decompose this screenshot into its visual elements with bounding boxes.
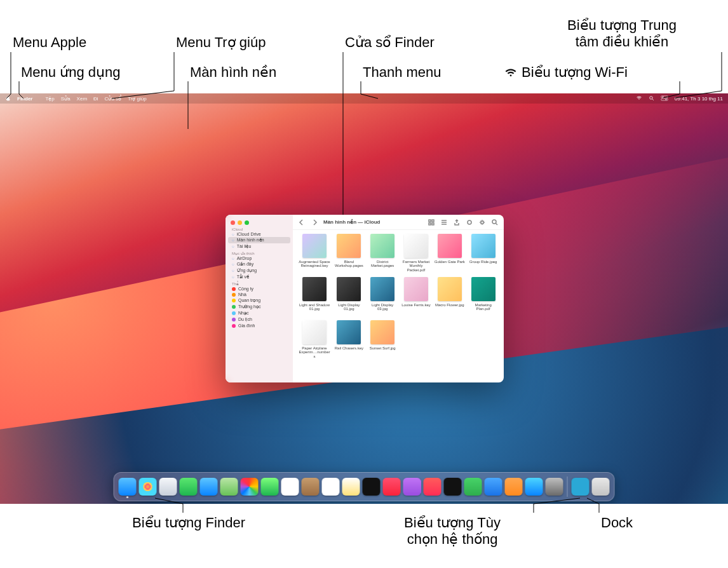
dock-app-contacts[interactable]	[302, 478, 320, 496]
sidebar-item-label: Gia đình	[238, 323, 255, 328]
sidebar-item[interactable]: ○Ứng dụng	[226, 267, 293, 274]
spotlight-icon[interactable]	[649, 95, 654, 102]
svg-point-15	[492, 220, 496, 224]
file-item[interactable]: Sunset Surf.jpg	[367, 320, 398, 361]
dock-app-downloads[interactable]	[572, 478, 590, 496]
sidebar-item[interactable]: ○Tải về	[226, 274, 293, 280]
dock-app-music[interactable]	[383, 478, 401, 496]
menu-item[interactable]: Trợ giúp	[128, 96, 147, 102]
folder-icon	[232, 318, 236, 321]
sidebar-item[interactable]: ○Màn hình nền	[228, 237, 290, 243]
action-button[interactable]	[478, 219, 486, 226]
sidebar-item[interactable]: ○iCloud Drive	[226, 231, 293, 237]
dock-app-trash[interactable]	[592, 478, 610, 496]
file-item[interactable]: Group Ride.jpeg	[468, 234, 499, 274]
window-title: Màn hình nền — iCloud	[323, 219, 380, 225]
dock-app-keynote[interactable]	[485, 478, 502, 496]
folder-icon	[232, 299, 236, 302]
file-item[interactable]: Golden Gate Park	[434, 234, 465, 274]
annot-menu-bar: Thanh menu	[363, 64, 442, 81]
group-button[interactable]	[440, 219, 448, 226]
dock-app-messages[interactable]	[180, 478, 198, 496]
finder-window[interactable]: iCloud ○iCloud Drive○Màn hình nền○Tài li…	[226, 215, 504, 382]
file-item[interactable]: Macro Flower.jpg	[434, 277, 465, 318]
finder-sidebar: iCloud ○iCloud Drive○Màn hình nền○Tài li…	[226, 215, 293, 382]
dock-app-finder[interactable]	[119, 478, 137, 496]
dock-app-safari[interactable]	[159, 478, 177, 496]
folder-icon	[232, 324, 236, 328]
dock-app-calendar[interactable]	[281, 478, 299, 496]
menu-item[interactable]: Sửa	[61, 96, 71, 102]
sidebar-item[interactable]: Trường học	[226, 304, 293, 310]
file-item[interactable]: Bland Workshop.pages	[334, 234, 365, 274]
clock[interactable]: 09:41, Th 3 10 thg 11	[675, 96, 723, 102]
file-grid: Augmented Space Reimagined.keyBland Work…	[293, 230, 504, 382]
sidebar-item-label: Nhạc	[238, 311, 248, 316]
dock-app-stocks[interactable]	[444, 478, 462, 496]
file-item[interactable]: Farmers Market Monthly Packet.pdf	[401, 234, 432, 274]
sidebar-item[interactable]: Du lịch	[226, 316, 293, 323]
sidebar-item[interactable]: ○AirDrop	[226, 255, 293, 261]
sidebar-item-label: Nhà	[238, 292, 246, 297]
file-item[interactable]: Marketing Plan.pdf	[468, 277, 499, 318]
dock-app-reminders[interactable]	[322, 478, 340, 496]
apple-menu[interactable]	[5, 95, 11, 102]
sidebar-item-label: Trường học	[238, 304, 260, 309]
dock-app-photos[interactable]	[241, 478, 259, 496]
file-name: Light and Shadow 01.jpg	[298, 303, 331, 311]
file-item[interactable]: Light Display 01.jpg	[334, 277, 365, 318]
file-name: Bland Workshop.pages	[334, 260, 365, 268]
sidebar-item[interactable]: Nhà	[226, 292, 293, 297]
menu-item[interactable]: Cửa sổ	[105, 96, 121, 102]
dock-app-tv[interactable]	[363, 478, 381, 496]
file-name: Augmented Space Reimagined.key	[298, 260, 331, 268]
menu-item[interactable]: Tệp	[45, 96, 54, 102]
file-name: Farmers Market Monthly Packet.pdf	[401, 260, 432, 272]
desktop[interactable]: Finder TệpSửaXemĐiCửa sổTrợ giúp 09:41, …	[0, 93, 728, 504]
file-item[interactable]: Augmented Space Reimagined.key	[298, 234, 331, 274]
file-item[interactable]: Light Display 03.jpg	[367, 277, 398, 318]
tags-button[interactable]	[466, 219, 473, 226]
file-item[interactable]: Rail Chasers.key	[334, 320, 365, 361]
dock-app-system-preferences[interactable]	[546, 478, 563, 496]
dock-app-podcasts[interactable]	[403, 478, 421, 496]
dock-app-notes[interactable]	[342, 478, 360, 496]
wifi-status-icon[interactable]	[636, 95, 642, 102]
sidebar-item[interactable]: Nhạc	[226, 310, 293, 316]
dock-app-maps[interactable]	[220, 478, 238, 496]
dock-app-mail[interactable]	[200, 478, 218, 496]
menu-item[interactable]: Xem	[77, 96, 87, 102]
share-button[interactable]	[453, 219, 461, 226]
sidebar-item[interactable]: Gia đình	[226, 323, 293, 328]
file-name: Light Display 03.jpg	[367, 303, 398, 311]
minimize-button[interactable]	[238, 220, 242, 225]
sidebar-item[interactable]: Quan trọng	[226, 297, 293, 304]
dock-app-numbers[interactable]	[464, 478, 482, 496]
folder-icon	[232, 287, 236, 291]
file-item[interactable]: Light and Shadow 01.jpg	[298, 277, 331, 318]
forward-button[interactable]	[311, 219, 318, 226]
back-button[interactable]	[298, 219, 306, 226]
search-button[interactable]	[491, 219, 499, 226]
dock-app-launchpad[interactable]	[139, 478, 157, 496]
zoom-button[interactable]	[245, 220, 249, 225]
control-center-icon[interactable]	[661, 95, 668, 102]
dock-app-app-store[interactable]	[525, 478, 543, 496]
sidebar-item-label: Gần đây	[237, 262, 254, 267]
file-item[interactable]: District Market.pages	[367, 234, 398, 274]
dock-app-pages[interactable]	[505, 478, 523, 496]
close-button[interactable]	[231, 220, 235, 225]
annot-help-menu: Menu Trợ giúp	[176, 34, 266, 51]
sidebar-item[interactable]: ○Tài liệu	[226, 243, 293, 250]
dock-app-facetime[interactable]	[261, 478, 279, 496]
file-item[interactable]: Paper Airplane Experim....numbers	[298, 320, 331, 361]
menu-item[interactable]: Đi	[93, 96, 98, 102]
dock-separator	[567, 477, 568, 497]
sidebar-item[interactable]: Công ty	[226, 286, 293, 292]
folder-icon	[232, 311, 236, 315]
view-icons-button[interactable]	[428, 219, 435, 226]
sidebar-item[interactable]: ○Gần đây	[226, 261, 293, 267]
app-menu[interactable]: Finder	[17, 96, 32, 102]
dock-app-news[interactable]	[424, 478, 442, 496]
file-item[interactable]: Louise Ferris.key	[401, 277, 432, 318]
